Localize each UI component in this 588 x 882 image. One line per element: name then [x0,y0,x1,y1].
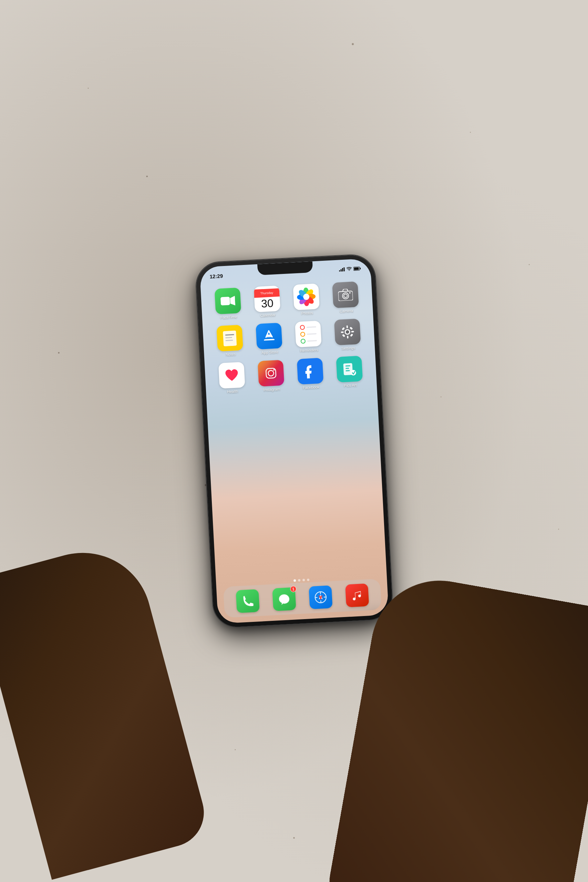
svg-point-38 [273,369,274,371]
svg-point-21 [349,292,350,294]
dock-safari[interactable] [309,585,332,609]
app-instagram[interactable]: Instagram [252,360,290,392]
camera-icon [332,282,359,308]
phone-device: 12:29 [195,254,393,628]
svg-rect-31 [351,331,354,332]
svg-rect-35 [350,333,353,337]
dock: 1 [223,579,381,618]
photos-label: Photos [301,311,313,316]
health-icon [218,362,245,388]
status-icons [339,266,361,272]
svg-point-20 [344,294,347,298]
svg-rect-34 [342,334,345,337]
picsart-icon [336,356,363,382]
svg-rect-22 [223,330,237,346]
app-settings[interactable]: Settings [328,318,366,351]
app-notes[interactable]: Notes [211,324,249,357]
notes-label: Notes [225,352,235,357]
svg-rect-1 [340,269,341,272]
dock-phone[interactable] [236,589,260,613]
facebook-icon [297,358,324,384]
app-picsart[interactable]: Pics Art [330,356,369,388]
health-label: Health [227,389,238,394]
appstore-label: App Store [261,350,278,355]
picsart-label: Pics Art [344,383,357,388]
phone-screen: 12:29 [200,258,389,624]
camera-label: Camera [339,309,353,314]
settings-label: Settings [341,346,355,350]
dot-2 [298,579,300,582]
svg-point-37 [268,370,274,376]
reminders-dots [297,321,320,346]
svg-rect-29 [347,336,348,338]
svg-rect-7 [220,297,230,305]
app-appstore[interactable]: App Store [250,322,288,355]
music-dock-icon [345,583,369,607]
photos-icon [293,284,320,310]
phone-dock-icon [236,589,260,613]
svg-rect-30 [340,332,344,333]
calendar-icon: Thursday 30 [254,286,280,312]
svg-rect-33 [349,327,352,330]
facetime-label: FaceTime [220,315,237,320]
app-health[interactable]: Health [213,362,251,394]
app-facebook[interactable]: Facebook [291,358,329,390]
app-grid: FaceTime Thursday 30 Calendar [201,278,377,399]
safari-dock-icon [309,585,332,609]
reminders-label: Reminders [300,348,318,353]
calendar-day-name: Thursday [254,288,279,298]
calendar-day-number: 30 [261,298,273,309]
svg-rect-28 [346,325,348,328]
app-camera[interactable]: Camera [327,281,365,314]
svg-rect-0 [339,270,340,272]
battery-icon [353,266,361,271]
instagram-label: Instagram [263,387,280,392]
dot-1 [294,579,296,582]
reminders-icon [294,321,321,348]
svg-rect-2 [342,268,343,272]
svg-rect-3 [344,267,345,272]
svg-point-19 [342,292,349,299]
svg-rect-6 [354,267,358,270]
app-calendar[interactable]: Thursday 30 Calendar [248,285,286,318]
dot-4 [307,579,309,581]
app-facetime[interactable]: FaceTime [209,287,247,320]
appstore-icon [256,323,282,350]
dock-music[interactable] [345,583,369,607]
settings-icon [334,319,361,346]
svg-marker-8 [230,296,235,306]
notes-icon [216,324,243,351]
svg-rect-32 [342,327,345,330]
app-photos[interactable]: Photos [287,283,326,316]
messages-badge: 1 [290,586,297,592]
calendar-label: Calendar [260,312,276,317]
facetime-icon [214,288,241,315]
status-time: 12:29 [209,273,223,279]
app-reminders[interactable]: Reminders [289,320,327,353]
signal-icon [339,267,345,272]
dock-messages[interactable]: 1 [272,587,296,611]
wifi-icon [346,267,352,272]
facebook-label: Facebook [303,385,320,390]
instagram-icon [257,360,284,387]
dot-3 [302,579,304,581]
hand-left [0,537,212,880]
